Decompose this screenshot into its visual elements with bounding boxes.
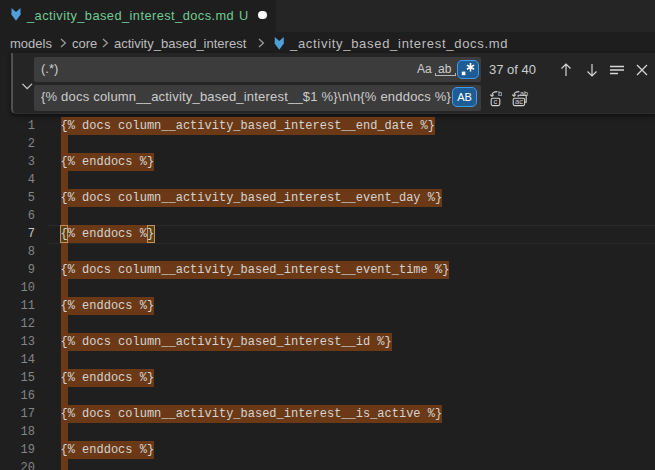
svg-text:ac: ac xyxy=(515,97,523,106)
svg-text:b: b xyxy=(498,89,502,98)
svg-text:c: c xyxy=(493,97,497,106)
